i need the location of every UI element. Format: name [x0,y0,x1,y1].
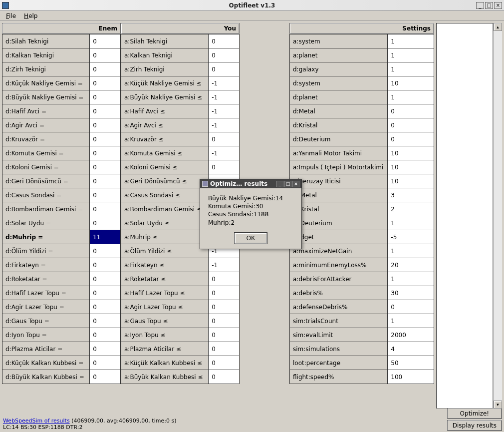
settings-value[interactable]: 50 [388,356,434,370]
you-value[interactable]: -1 [209,146,240,160]
close-button[interactable]: × [494,2,502,9]
settings-value[interactable]: 0 [388,104,434,118]
table-row: d:Bombardiman Gemisi =0 [2,202,121,216]
settings-value[interactable]: 1 [388,62,434,76]
enemy-value[interactable]: 0 [90,356,121,370]
scroll-up-icon[interactable]: ▴ [494,23,502,31]
enemy-value[interactable]: 0 [90,286,121,300]
dialog-body: Büyük Nakliye Gemisi:14 Komuta Gemisi:30… [200,188,301,230]
enemy-value[interactable]: 0 [90,104,121,118]
you-label: a:Koloni Gemisi ≤ [121,160,209,174]
settings-value[interactable]: 1 [388,216,434,230]
enemy-value[interactable]: 11 [90,230,121,244]
you-value[interactable]: 0 [209,286,240,300]
you-value[interactable]: 0 [209,48,240,62]
enemy-value[interactable]: 0 [90,300,121,314]
menu-help[interactable]: Help [20,11,41,20]
enemy-value[interactable]: 0 [90,258,121,272]
settings-value[interactable]: 30 [388,286,434,300]
scroll-down-icon[interactable]: ▾ [494,401,502,409]
settings-value[interactable]: 100 [388,370,434,384]
enemy-value[interactable]: 0 [90,146,121,160]
display-results-button[interactable]: Display results [447,420,502,431]
enemy-value[interactable]: 0 [90,370,121,384]
settings-value[interactable]: 10 [388,76,434,90]
enemy-value[interactable]: 0 [90,188,121,202]
dialog-titlebar[interactable]: Optimiz… results _ □ × [200,179,301,188]
enemy-value[interactable]: 0 [90,216,121,230]
enemy-value[interactable]: 0 [90,342,121,356]
table-row: d:Koloni Gemisi =0 [2,160,121,174]
settings-value[interactable]: 2000 [388,328,434,342]
enemy-value[interactable]: 0 [90,160,121,174]
scroll-track[interactable] [494,31,502,401]
settings-value[interactable]: 0 [388,132,434,146]
you-value[interactable]: 0 [209,272,240,286]
maximize-button[interactable]: □ [485,2,493,9]
you-value[interactable]: 0 [209,342,240,356]
you-value[interactable]: -1 [209,104,240,118]
settings-value[interactable]: 1 [388,34,434,48]
enemy-value[interactable]: 0 [90,202,121,216]
enemy-value[interactable]: 0 [90,118,121,132]
settings-value[interactable]: 10 [388,160,434,174]
you-value[interactable]: -1 [209,90,240,104]
you-value[interactable]: 0 [209,160,240,174]
enemy-value[interactable]: 0 [90,34,121,48]
enemy-label: d:Büyük Kalkan Kubbesi = [2,370,90,384]
settings-value[interactable]: 3 [388,188,434,202]
settings-value[interactable]: 0 [388,300,434,314]
you-value[interactable]: 0 [209,300,240,314]
you-value[interactable]: -1 [209,258,240,272]
enemy-label: d:Zirh Teknigi [2,62,90,76]
optimize-button[interactable]: Optimize! [447,408,502,419]
settings-label: sim:simulations [290,342,388,356]
minimize-button[interactable]: _ [476,2,484,9]
enemy-value[interactable]: 0 [90,314,121,328]
settings-value[interactable]: 20 [388,258,434,272]
vertical-scrollbar[interactable]: ▴ ▾ [493,23,502,409]
enemy-value[interactable]: 0 [90,328,121,342]
you-value[interactable]: 0 [209,328,240,342]
you-label: a:Hafif Avci ≤ [121,104,209,118]
settings-value[interactable]: -5 [388,230,434,244]
enemy-value[interactable]: 0 [90,244,121,258]
dialog-maximize-button[interactable]: □ [284,181,291,187]
settings-value[interactable]: 1 [388,244,434,258]
settings-value[interactable]: 1 [388,48,434,62]
enemy-value[interactable]: 0 [90,76,121,90]
enemy-label: d:Küçük Nakliye Gemisi = [2,76,90,90]
settings-label: io:Kristal [290,202,388,216]
you-value[interactable]: -1 [209,76,240,90]
enemy-value[interactable]: 0 [90,90,121,104]
settings-value[interactable]: 2 [388,202,434,216]
settings-value[interactable]: 1 [388,272,434,286]
settings-value[interactable]: 1 [388,314,434,328]
enemy-value[interactable]: 0 [90,174,121,188]
enemy-value[interactable]: 0 [90,132,121,146]
table-row: a:Hafif Avci ≤-1 [121,104,240,118]
table-row: d:Küçük Nakliye Gemisi =0 [2,76,121,90]
dialog-ok-button[interactable]: OK [235,233,267,244]
settings-label: a:debris% [290,286,388,300]
settings-value[interactable]: 10 [388,146,434,160]
settings-value[interactable]: 4 [388,342,434,356]
you-value[interactable]: 0 [209,314,240,328]
you-value[interactable]: 0 [209,356,240,370]
settings-value[interactable]: 10 [388,174,434,188]
you-value[interactable]: 0 [209,34,240,48]
enemy-value[interactable]: 0 [90,272,121,286]
you-value[interactable]: 0 [209,132,240,146]
dialog-minimize-button[interactable]: _ [276,181,283,187]
you-value[interactable]: -1 [209,118,240,132]
dialog-line: Muhrip:2 [208,219,293,227]
you-value[interactable]: 0 [209,62,240,76]
settings-value[interactable]: 0 [388,118,434,132]
you-value[interactable]: 0 [209,370,240,384]
settings-value[interactable]: 1 [388,90,434,104]
enemy-value[interactable]: 0 [90,62,121,76]
results-link[interactable]: WebSpeedSim of results [3,418,70,424]
enemy-value[interactable]: 0 [90,48,121,62]
dialog-close-button[interactable]: × [292,181,299,187]
menu-file[interactable]: File [2,11,20,20]
